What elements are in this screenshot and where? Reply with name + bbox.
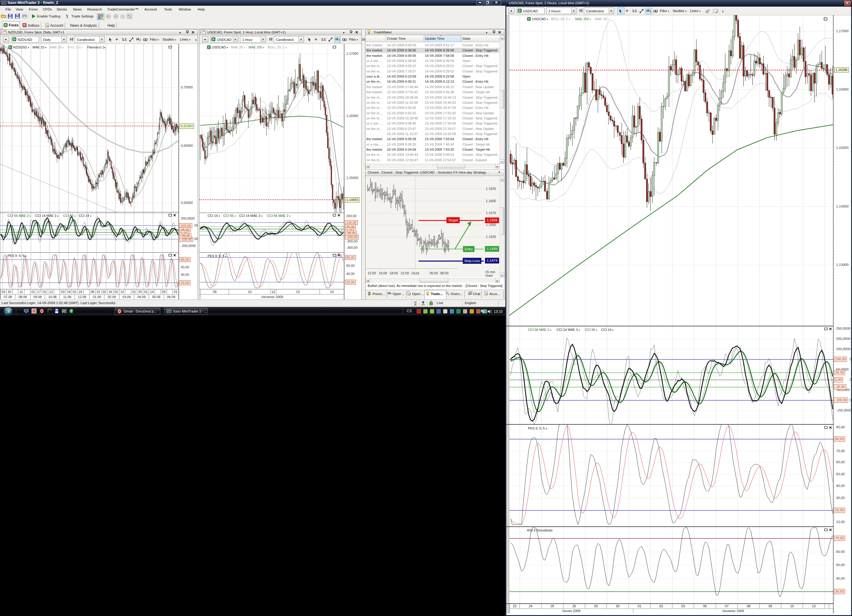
svg-text:ATI: ATI <box>62 310 65 312</box>
